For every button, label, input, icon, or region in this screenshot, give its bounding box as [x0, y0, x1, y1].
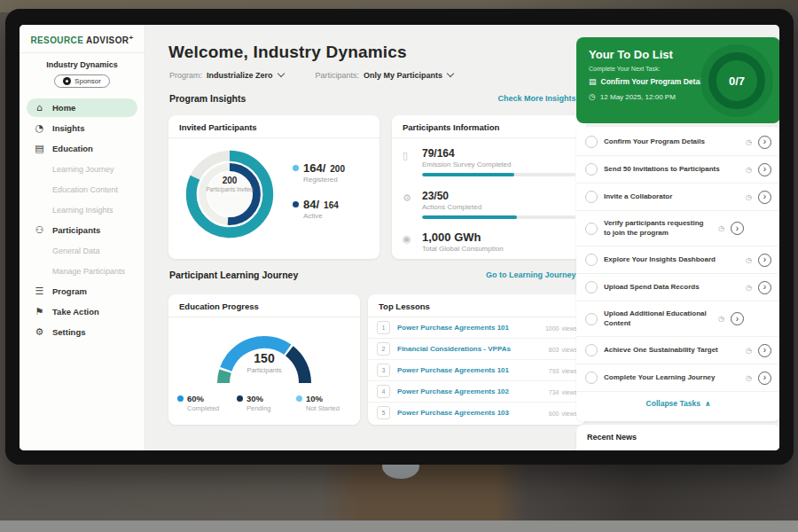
sidebar-item-insights[interactable]: ◔Insights — [27, 119, 137, 137]
todo-item[interactable]: Explore Your Insights Dashboard ◷ › — [576, 246, 779, 274]
clipboard-icon: ▤ — [589, 77, 597, 86]
lesson-row: 4 Power Purchase Agreements 102 734views — [368, 381, 586, 403]
chevron-right-icon[interactable]: › — [758, 191, 771, 204]
chevron-glyph: › — [736, 314, 739, 324]
sidebar-item-education[interactable]: ▤Education — [27, 139, 137, 158]
legend-pending: 30% Pending — [237, 394, 292, 412]
clock-icon: ◷ — [746, 374, 752, 382]
chevron-right-icon[interactable]: › — [758, 254, 771, 267]
sidebar-item-label: Education — [52, 144, 93, 153]
lesson-link[interactable]: Financial Considerations - VPPAs — [397, 345, 546, 353]
legend-completed: 60% Completed — [177, 394, 232, 412]
sidebar-item-learning-insights[interactable]: Learning Insights — [27, 200, 137, 219]
lesson-views: 803 — [549, 347, 559, 353]
checkbox[interactable] — [585, 313, 598, 325]
sidebar-item-learning-journey[interactable]: Learning Journey — [27, 160, 137, 178]
take-action-icon: ⚑ — [34, 306, 45, 317]
chevron-glyph: › — [763, 137, 766, 146]
sidebar-item-home[interactable]: ⌂Home — [27, 98, 137, 117]
sidebar-item-label: Learning Insights — [52, 206, 113, 215]
todo-item-label: Verify participants requesting to join t… — [604, 215, 712, 242]
check-more-insights-link[interactable]: Check More Insights → — [497, 94, 586, 103]
info-row-survey: ▯ 79/164 Emission Survey Completed — [403, 147, 575, 176]
sidebar-item-participants[interactable]: ⚇Participants — [27, 221, 137, 239]
sidebar-item-label: Participants — [52, 225, 100, 235]
app-logo: RESOURCE ADVISOR+ — [20, 34, 145, 45]
sidebar-item-label: Insights — [52, 123, 84, 133]
logo-secondary: ADVISOR — [86, 35, 129, 45]
lesson-link[interactable]: Power Purchase Agreements 102 — [397, 387, 546, 395]
legend-total: 200 — [330, 164, 345, 174]
sidebar-item-education-content[interactable]: Education Content — [27, 180, 137, 199]
checkbox[interactable] — [585, 372, 598, 384]
sidebar-item-program[interactable]: ☰Program — [27, 282, 137, 301]
home-icon: ⌂ — [34, 102, 45, 113]
go-to-learning-journey-link[interactable]: Go to Learning Journey → — [486, 270, 586, 279]
chevron-right-icon[interactable]: › — [758, 372, 771, 385]
todo-item[interactable]: Complete Your Learning Journey ◷ › — [576, 364, 779, 392]
survey-icon: ▯ — [403, 150, 408, 161]
chevron-right-icon[interactable]: › — [731, 312, 744, 325]
checkbox[interactable] — [585, 281, 598, 293]
todo-item[interactable]: Achieve One Sustainability Target ◷ › — [576, 337, 779, 364]
legend-value: 164/ — [303, 161, 325, 175]
clock-icon: ◷ — [746, 166, 752, 174]
sidebar-menu: ⌂Home ◔Insights ▤Education Learning Jour… — [20, 98, 145, 341]
filters: Program:Industrialize Zero Participants:… — [169, 71, 453, 80]
chevron-right-icon[interactable]: › — [758, 281, 771, 294]
sidebar-item-general-data[interactable]: General Data — [27, 241, 137, 260]
checkbox[interactable] — [585, 191, 598, 203]
program-filter[interactable]: Program:Industrialize Zero — [169, 71, 284, 80]
chevron-right-icon[interactable]: › — [758, 163, 771, 176]
lesson-row: 5 Power Purchase Agreements 103 600views — [368, 403, 586, 423]
collapse-tasks-link[interactable]: Collapse Tasks ∧ — [576, 392, 779, 415]
sidebar-item-label: Program — [52, 286, 87, 296]
education-progress-card: Education Progress 150 Participants 60% … — [168, 294, 360, 425]
todo-item[interactable]: Invite a Collaborator ◷ › — [576, 184, 779, 211]
legend-registered: 164/200 Registered — [293, 161, 345, 184]
sidebar-item-label: Learning Journey — [52, 165, 114, 174]
logo-primary: RESOURCE — [30, 35, 83, 45]
clock-icon: ◷ — [746, 284, 752, 292]
info-label: Total Global Consumption — [422, 245, 575, 253]
sidebar-item-take-action[interactable]: ⚑Take Action — [27, 302, 137, 321]
legend-value: 84/ — [303, 198, 319, 211]
todo-item[interactable]: Upload Additional Educational Content ◷ … — [576, 301, 779, 337]
invited-donut-chart: 200 Participants Invited — [177, 142, 282, 246]
donut-center-value: 200 — [177, 176, 282, 185]
chevron-glyph: › — [763, 254, 766, 264]
todo-item[interactable]: Confirm Your Program Details ◷ › — [576, 129, 779, 156]
sponsor-badge[interactable]: Sponsor — [54, 74, 110, 88]
chevron-right-icon[interactable]: › — [731, 222, 744, 235]
todo-item[interactable]: Send 50 Invitations to Participants ◷ › — [576, 156, 779, 184]
checkbox[interactable] — [585, 163, 598, 176]
checkbox[interactable] — [585, 223, 598, 235]
chevron-right-icon[interactable]: › — [758, 344, 771, 357]
todo-item[interactable]: Upload Spend Data Records ◷ › — [576, 274, 779, 301]
chevron-glyph: › — [763, 192, 766, 201]
todo-progress-ring: 0/7 — [700, 44, 773, 117]
clock-icon: ◷ — [718, 315, 724, 323]
chevron-right-icon[interactable]: › — [758, 136, 771, 149]
checkbox[interactable] — [585, 136, 598, 148]
lesson-link[interactable]: Power Purchase Agreements 101 — [397, 366, 546, 374]
lesson-link[interactable]: Power Purchase Agreements 103 — [397, 409, 546, 417]
todo-item[interactable]: Verify participants requesting to join t… — [576, 211, 779, 246]
pending-dot-icon — [237, 395, 243, 402]
legend-label: Active — [303, 212, 345, 220]
lesson-link[interactable]: Power Purchase Agreements 101 — [397, 324, 543, 332]
todo-progress-value: 0/7 — [729, 74, 745, 88]
chevron-glyph: › — [763, 372, 766, 382]
checkbox[interactable] — [585, 254, 598, 266]
todo-next-task: ▤Confirm Your Program Details — [589, 77, 708, 86]
settings-icon: ⚙ — [34, 326, 45, 338]
sidebar-item-settings[interactable]: ⚙Settings — [27, 323, 137, 341]
todo-item-label: Explore Your Insights Dashboard — [604, 252, 739, 269]
recent-news-card: Recent News — [576, 425, 779, 450]
participants-filter[interactable]: Participants:Only My Participants — [316, 71, 454, 80]
sidebar-item-manage-participants[interactable]: Manage Participants — [27, 262, 137, 280]
clock-icon: ◷ — [746, 193, 752, 201]
checkbox[interactable] — [585, 344, 598, 356]
todo-item-label: Upload Additional Educational Content — [604, 306, 712, 332]
lesson-row: 2 Financial Considerations - VPPAs 803vi… — [368, 339, 586, 360]
